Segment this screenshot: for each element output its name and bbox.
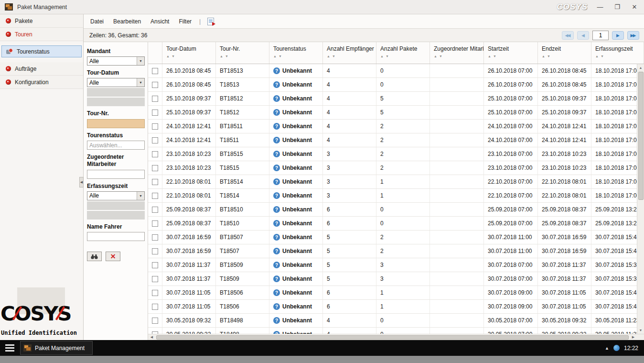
taskbar-app-button[interactable]: Paket Management [20,341,93,355]
row-checkbox[interactable] [152,123,158,130]
sort-desc-icon[interactable]: ▼ [493,55,496,58]
row-checkbox[interactable] [152,248,158,254]
menu-item-filter[interactable]: Filter [179,18,192,25]
column-header-tour-datum[interactable]: Tour-Datum▲▼ [162,42,216,64]
table-row[interactable]: 30.05.2018 09:32BT18498?Unbekannt4030.05… [148,314,644,328]
mandant-select[interactable]: Alle ▼ [87,56,145,66]
sidebar-item-touren[interactable]: Touren [0,28,83,41]
row-checkbox[interactable] [152,262,158,268]
vertical-scrollbar[interactable]: ▲ ▼ [637,64,644,334]
table-row[interactable]: 30.07.2018 11:05T18506?Unbekannt6130.07.… [148,300,644,314]
name-fahrer-input[interactable] [87,232,145,241]
horizontal-scrollbar[interactable]: ◀ ▶ [148,334,644,340]
tourenstatus-input[interactable] [87,141,145,150]
page-number-input[interactable] [592,31,609,40]
row-checkbox[interactable] [152,110,158,116]
sort-asc-icon[interactable]: ▲ [595,55,599,58]
table-row[interactable]: 30.07.2018 16:59T18507?Unbekannt5230.07.… [148,244,644,258]
table-row[interactable]: 30.05.2018 09:32T18498?Unbekannt4030.05.… [148,328,644,334]
start-menu-button[interactable] [0,340,19,356]
row-checkbox[interactable] [152,276,158,282]
row-checkbox[interactable] [152,151,158,157]
table-row[interactable]: 25.09.2018 08:37T18510?Unbekannt6025.09.… [148,217,644,231]
row-checkbox[interactable] [152,82,158,88]
close-button[interactable]: ✕ [630,3,639,11]
erfassungszeit-select[interactable]: Alle ▼ [87,191,145,200]
next-page-button[interactable]: ▶ [612,31,624,40]
table-row[interactable]: 26.10.2018 08:45BT18513?Unbekannt4026.10… [148,64,644,78]
sort-asc-icon[interactable]: ▲ [273,55,277,58]
horizontal-scrollbar-thumb[interactable] [156,335,629,340]
column-header-anzahl-pakete[interactable]: Anzahl Pakete▲▼ [376,42,430,64]
row-checkbox[interactable] [152,179,158,185]
row-checkbox[interactable] [152,304,158,310]
table-row[interactable]: 30.07.2018 11:37T18509?Unbekannt5330.07.… [148,272,644,286]
column-header-tourenstatus[interactable]: Tourenstatus▲▼ [269,42,323,64]
column-header-tour-nr[interactable]: Tour-Nr.▲▼ [216,42,269,64]
column-header-zugeordneter-mitarbe[interactable]: Zugeordneter Mitarbe▲▼ [430,42,484,64]
table-row[interactable]: 26.10.2018 08:45T18513?Unbekannt4026.10.… [148,78,644,92]
table-row[interactable]: 23.10.2018 10:23T18515?Unbekannt3223.10.… [148,161,644,175]
table-row[interactable]: 30.07.2018 16:59BT18507?Unbekannt5230.07… [148,231,644,244]
search-button[interactable] [87,252,102,261]
sort-asc-icon[interactable]: ▲ [220,55,223,58]
sort-desc-icon[interactable]: ▼ [439,55,442,58]
sort-desc-icon[interactable]: ▼ [172,55,175,58]
tray-network-icon[interactable] [613,345,620,351]
menu-item-ansicht[interactable]: Ansicht [150,18,169,25]
table-row[interactable]: 24.10.2018 12:41T18511?Unbekannt4224.10.… [148,133,644,147]
sort-asc-icon[interactable]: ▲ [166,55,170,58]
sidebar-item-auftr-ge[interactable]: Aufträge [0,62,83,76]
tray-eject-icon[interactable]: ▲ [605,346,609,351]
sort-desc-icon[interactable]: ▼ [547,55,550,58]
sort-desc-icon[interactable]: ▼ [601,55,604,58]
table-row[interactable]: 22.10.2018 08:01T18514?Unbekannt3122.10.… [148,189,644,203]
scroll-left-icon[interactable]: ◀ [148,335,155,339]
sort-asc-icon[interactable]: ▲ [327,55,330,58]
column-header-erfassungszeit[interactable]: Erfassungszeit▲▼ [591,42,644,64]
tour-nr-input[interactable] [87,119,145,128]
sort-asc-icon[interactable]: ▲ [380,55,384,58]
vertical-scrollbar-thumb[interactable] [638,72,644,200]
scroll-up-icon[interactable]: ▲ [637,64,644,71]
sidebar-item-konfiguration[interactable]: Konfiguration [0,76,83,89]
sort-desc-icon[interactable]: ▼ [386,55,389,58]
sort-desc-icon[interactable]: ▼ [332,55,335,58]
row-checkbox[interactable] [152,96,158,102]
row-checkbox[interactable] [152,220,158,227]
column-header-anzahl-empf-nger[interactable]: Anzahl Empfänger▲▼ [323,42,376,64]
sort-asc-icon[interactable]: ▲ [434,55,437,58]
sidebar-item-tourenstatus[interactable]: Tourenstatus [1,45,82,57]
row-checkbox[interactable] [152,165,158,171]
prev-page-button[interactable]: ◀ [577,31,589,40]
tour-datum-select[interactable]: Alle ▼ [87,78,145,87]
sort-desc-icon[interactable]: ▼ [279,55,282,58]
table-row[interactable]: 22.10.2018 08:01BT18514?Unbekannt3122.10… [148,175,644,189]
report-export-icon[interactable] [207,18,214,25]
first-page-button[interactable]: ◀◀ [562,31,574,40]
mitarbeiter-input[interactable] [87,170,145,179]
table-row[interactable]: 25.09.2018 08:37BT18510?Unbekannt6025.09… [148,203,644,217]
minimize-button[interactable]: — [595,3,605,11]
scroll-right-icon[interactable]: ▶ [630,335,637,339]
table-row[interactable]: 30.07.2018 11:37BT18509?Unbekannt5330.07… [148,258,644,272]
row-checkbox[interactable] [152,68,158,74]
table-row[interactable]: 25.10.2018 09:37T18512?Unbekannt4525.10.… [148,106,644,120]
clear-filter-button[interactable]: ✕ [106,252,120,261]
sort-asc-icon[interactable]: ▲ [542,55,545,58]
table-row[interactable]: 25.10.2018 09:37BT18512?Unbekannt4525.10… [148,92,644,106]
row-checkbox[interactable] [152,234,158,241]
scroll-down-icon[interactable]: ▼ [637,327,644,334]
row-checkbox[interactable] [152,193,158,199]
table-row[interactable]: 23.10.2018 10:23BT18515?Unbekannt3223.10… [148,147,644,161]
table-row[interactable]: 30.07.2018 11:05BT18506?Unbekannt6130.07… [148,286,644,300]
row-checkbox[interactable] [152,318,158,324]
column-header-startzeit[interactable]: Startzeit▲▼ [484,42,538,64]
sort-asc-icon[interactable]: ▲ [488,55,491,58]
maximize-button[interactable]: ❐ [612,3,622,11]
sort-desc-icon[interactable]: ▼ [225,55,228,58]
column-header-endzeit[interactable]: Endzeit▲▼ [538,42,591,64]
sidebar-item-pakete[interactable]: Pakete [0,14,83,28]
row-checkbox[interactable] [152,290,158,296]
menu-item-datei[interactable]: Datei [90,18,104,25]
